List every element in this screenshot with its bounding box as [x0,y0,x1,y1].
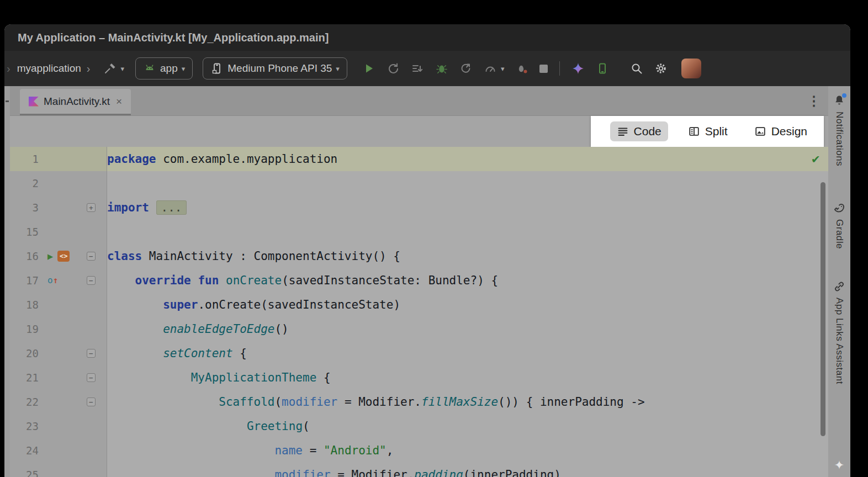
tool-button-gradle[interactable]: Gradle [833,202,846,249]
code-line-text[interactable]: setContent { [107,341,828,365]
device-selector[interactable]: Medium Phone API 35 ▾ [203,57,347,80]
code-line-text[interactable]: import ... [107,195,828,220]
editor-line[interactable]: 17o↑− override fun onCreate(savedInstanc… [10,268,828,293]
editor-line[interactable]: 3+import ... [10,195,828,220]
apply-code-changes-button[interactable] [408,62,427,75]
split-mode-label: Split [705,125,728,138]
line-number[interactable]: 23 [10,414,39,438]
project-breadcrumb[interactable]: myapplication [17,62,81,75]
code-line-text[interactable]: package com.example.myapplication [107,147,828,171]
editor-line[interactable]: 24 name = "Android", [10,438,828,463]
gemini-button[interactable] [569,62,588,75]
build-dropdown-caret-icon: ▾ [121,65,125,73]
user-avatar[interactable] [681,59,701,78]
android-icon [143,62,156,75]
editor-line[interactable]: 22− Scaffold(modifier = Modifier.fillMax… [10,390,828,414]
editor-line[interactable]: 18 super.onCreate(savedInstanceState) [10,293,828,317]
editor-line[interactable]: 25 modifier = Modifier.padding(innerPadd… [10,463,828,477]
code-line-text[interactable]: MyApplicationTheme { [107,365,828,390]
line-number[interactable]: 21 [10,365,39,390]
build-button[interactable]: ▾ [104,62,125,75]
gradle-icon [833,202,846,215]
left-tool-window-dash-icon [6,100,9,102]
search-everywhere-button[interactable] [627,62,646,75]
debug-button[interactable] [432,62,451,75]
inspections-ok-icon[interactable]: ✔ [812,151,819,166]
gemini-icon [571,62,585,75]
line-number[interactable]: 16 [10,244,39,268]
line-number[interactable]: 20 [10,341,39,365]
editor-line[interactable]: 15 [10,220,828,244]
code-line-text[interactable]: class MainActivity : ComponentActivity()… [107,244,828,268]
editor-tab-bar: MainActivity.kt × ⋮ [10,86,828,116]
editor-options-icon[interactable]: ⋮ [807,93,821,109]
editor-line[interactable]: 20− setContent { [10,341,828,365]
profiler-button[interactable]: ▾ [481,62,507,75]
window-title-bar[interactable]: My Application – MainActivity.kt [My_App… [4,24,850,51]
stop-button[interactable] [537,65,551,73]
code-line-text[interactable]: name = "Android", [107,438,828,463]
editor-line[interactable]: 21− MyApplicationTheme { [10,365,828,390]
line-number[interactable]: 1 [10,147,39,171]
notification-badge [842,93,846,98]
line-number[interactable]: 25 [10,463,39,477]
line-number[interactable]: 17 [10,268,39,293]
tab-close-icon[interactable]: × [116,96,122,108]
design-mode-button[interactable]: Design [748,121,814,141]
run-config-selector[interactable]: app ▾ [135,57,193,80]
override-icon[interactable]: o↑ [47,268,58,293]
fold-marker-icon[interactable]: − [85,252,97,261]
line-number[interactable]: 18 [10,293,39,317]
editor-scrollbar[interactable] [821,182,825,436]
line-number[interactable]: 22 [10,390,39,414]
code-line-text[interactable]: enableEdgeToEdge() [107,317,828,341]
kotlin-file-icon [29,97,39,107]
code-line-text[interactable] [107,171,828,195]
code-line-text[interactable]: Greeting( [107,414,828,438]
settings-button[interactable] [652,62,670,75]
class-icon[interactable]: <> [57,251,70,262]
code-line-text[interactable]: modifier = Modifier.padding(innerPadding… [107,463,828,477]
bell-icon [833,94,846,107]
editor-line[interactable]: 19 enableEdgeToEdge() [10,317,828,341]
fold-marker-icon[interactable]: − [85,373,97,382]
line-number[interactable]: 2 [10,171,39,195]
code-editor[interactable]: 1package com.example.myapplication23+imp… [10,147,828,477]
main-toolbar: › myapplication › ▾ app ▾ Medium Phone A… [4,51,850,86]
editor-line[interactable]: 23 Greeting( [10,414,828,438]
tool-button-app-links[interactable]: App Links Assistant [833,280,846,384]
code-mode-icon [617,125,629,137]
design-mode-icon [754,125,766,137]
editor-line[interactable]: 2 [10,171,828,195]
code-line-text[interactable] [107,220,828,244]
tab-mainactivity[interactable]: MainActivity.kt × [20,89,131,115]
line-number[interactable]: 19 [10,317,39,341]
restart-activity-button[interactable] [384,62,403,75]
editor-line[interactable]: 1package com.example.myapplication [10,147,828,171]
fold-marker-icon[interactable]: − [85,276,97,285]
run-config-label: app [160,62,178,75]
tool-button-notifications[interactable]: Notifications [833,94,846,166]
code-line-text[interactable]: override fun onCreate(savedInstanceState… [107,268,828,293]
code-mode-button[interactable]: Code [610,121,668,141]
split-mode-button[interactable]: Split [681,121,734,141]
run-button[interactable] [359,62,378,75]
breadcrumb-chevron-icon: › [87,62,91,75]
fold-marker-icon[interactable]: − [85,398,97,406]
tool-label-gradle: Gradle [834,219,845,249]
code-line-text[interactable]: Scaffold(modifier = Modifier.fillMaxSize… [107,390,828,414]
editor-line[interactable]: 16▶<>−class MainActivity : ComponentActi… [10,244,828,268]
running-devices-button[interactable] [593,62,612,75]
line-number[interactable]: 24 [10,438,39,463]
left-panel-chevron-icon[interactable]: › [7,62,10,75]
line-number[interactable]: 3 [10,195,39,220]
toolbar-separator [559,61,560,76]
gemini-sparkle-icon[interactable]: ✦ [834,458,844,473]
fold-marker-icon[interactable]: − [85,349,97,358]
fold-marker-icon[interactable]: + [85,203,97,212]
line-number[interactable]: 15 [10,220,39,244]
gutter-run-icon[interactable]: ▶ [47,244,53,268]
app-quality-insights-button[interactable] [512,62,531,75]
attach-debugger-button[interactable] [457,62,475,75]
code-line-text[interactable]: super.onCreate(savedInstanceState) [107,293,828,317]
